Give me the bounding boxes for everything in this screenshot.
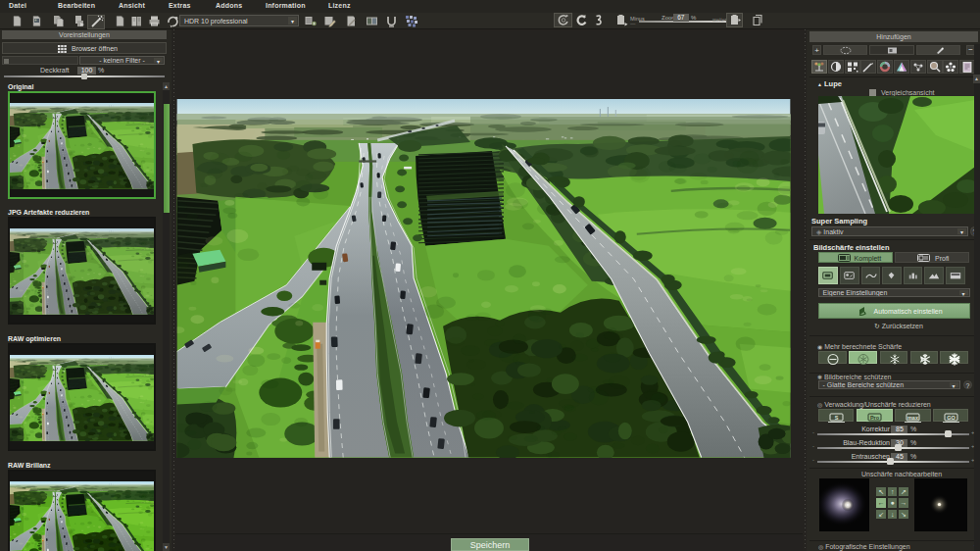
svg-text:S: S	[834, 415, 838, 421]
svg-text:Pro: Pro	[870, 415, 880, 421]
svg-text:max: max	[907, 415, 919, 421]
svg-text:GO: GO	[947, 415, 956, 421]
